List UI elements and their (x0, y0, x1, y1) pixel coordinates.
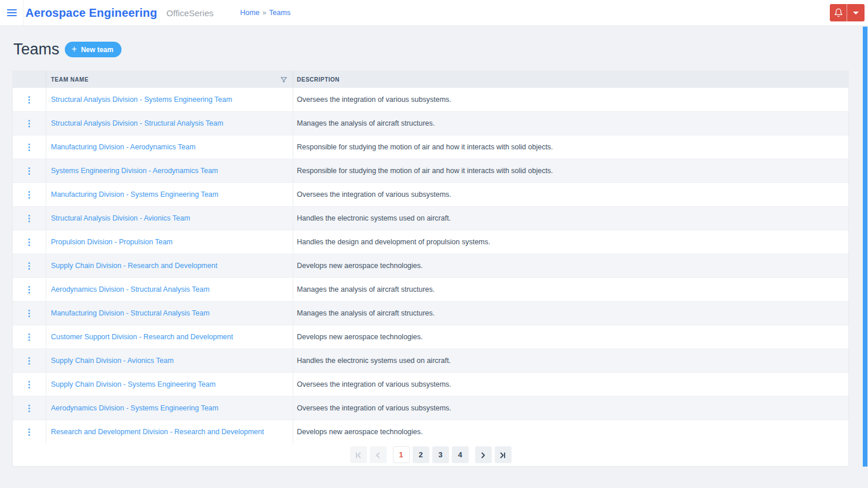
row-menu-button[interactable] (26, 236, 32, 248)
kebab-menu-icon (28, 357, 30, 365)
pagination: 1 2 3 4 (13, 443, 848, 466)
team-name-link[interactable]: Supply Chain Division - Avionics Team (51, 357, 174, 365)
scroll-indicator[interactable] (863, 27, 867, 467)
row-menu-button[interactable] (26, 402, 32, 414)
team-name-link[interactable]: Supply Chain Division - Systems Engineer… (51, 380, 216, 388)
chevron-right-icon (479, 451, 487, 459)
row-menu-button[interactable] (26, 379, 32, 391)
team-name-cell: Aerodynamics Division - Structural Analy… (46, 278, 293, 301)
team-name-link[interactable]: Manufacturing Division - Systems Enginee… (51, 190, 218, 199)
actions-column-header (13, 71, 46, 87)
pagination-previous-button[interactable] (370, 446, 387, 463)
team-name-link[interactable]: Systems Engineering Division - Aerodynam… (51, 167, 218, 175)
table-row: Structural Analysis Division - Systems E… (13, 87, 848, 111)
row-menu-button[interactable] (26, 94, 32, 106)
account-menu-button[interactable] (847, 4, 865, 21)
row-actions-cell (13, 278, 46, 301)
table-row: Structural Analysis Division - Avionics … (13, 206, 848, 230)
kebab-menu-icon (28, 239, 30, 246)
pagination-page-button[interactable]: 4 (452, 446, 469, 463)
row-actions-cell (13, 230, 46, 254)
hamburger-icon[interactable] (7, 9, 17, 16)
notifications-button[interactable] (830, 4, 847, 21)
team-description: Oversees the integration of various subs… (293, 88, 848, 111)
table-row: Supply Chain Division - Avionics Team Ha… (13, 348, 848, 372)
description-column-label: DESCRIPTION (297, 76, 340, 83)
topbar-divider (23, 0, 24, 26)
row-menu-button[interactable] (26, 260, 32, 272)
team-name-link[interactable]: Supply Chain Division - Research and Dev… (51, 262, 218, 270)
page-buttons: 1 2 3 4 (393, 446, 469, 463)
team-name-link[interactable]: Manufacturing Division - Structural Anal… (51, 309, 209, 317)
team-name-link[interactable]: Aerodynamics Division - Systems Engineer… (51, 404, 218, 412)
row-actions-cell (13, 183, 46, 206)
bell-icon (834, 8, 843, 17)
row-menu-button[interactable] (26, 426, 32, 438)
row-menu-button[interactable] (26, 355, 32, 367)
pagination-next-button[interactable] (475, 446, 492, 463)
last-page-icon (499, 451, 507, 459)
team-name-cell: Manufacturing Division - Systems Enginee… (46, 183, 293, 206)
plus-icon: + (72, 45, 77, 54)
pagination-page-button[interactable]: 1 (393, 446, 410, 463)
team-description: Develops new aerospace technologies. (293, 325, 848, 348)
team-name-cell: Systems Engineering Division - Aerodynam… (46, 159, 293, 182)
team-name-link[interactable]: Propulsion Division - Propulsion Team (51, 238, 172, 246)
row-actions-cell (13, 397, 46, 420)
team-name-cell: Structural Analysis Division - Systems E… (46, 88, 293, 111)
row-menu-button[interactable] (26, 118, 32, 130)
description-column-header: DESCRIPTION (293, 71, 848, 87)
row-actions-cell (13, 88, 46, 111)
breadcrumb: Home » Teams (240, 9, 290, 17)
table-row: Customer Support Division - Research and… (13, 325, 848, 348)
team-name-link[interactable]: Manufacturing Division - Aerodynamics Te… (51, 143, 196, 151)
row-menu-button[interactable] (26, 141, 32, 153)
row-menu-button[interactable] (26, 331, 32, 343)
table-row: Supply Chain Division - Systems Engineer… (13, 372, 848, 396)
pagination-page-button[interactable]: 2 (413, 446, 429, 463)
pagination-first-button[interactable] (350, 446, 367, 463)
app-title: Aerospace Engineering (25, 6, 157, 20)
row-menu-button[interactable] (26, 212, 32, 225)
teams-table: TEAM NAME DESCRIPTION Structural Analysi… (12, 71, 849, 467)
team-name-link[interactable]: Structural Analysis Division - Structura… (51, 119, 223, 127)
row-menu-button[interactable] (26, 189, 32, 201)
team-name-link[interactable]: Structural Analysis Division - Systems E… (51, 96, 232, 104)
table-row: Supply Chain Division - Research and Dev… (13, 254, 848, 277)
top-bar: Aerospace Engineering OfficeSeries Home … (0, 0, 868, 26)
kebab-menu-icon (28, 215, 30, 222)
team-name-cell: Research and Development Division - Rese… (46, 420, 293, 443)
table-body: Structural Analysis Division - Systems E… (13, 87, 848, 443)
app-subtitle: OfficeSeries (167, 8, 214, 18)
kebab-menu-icon (28, 286, 30, 293)
pagination-last-button[interactable] (495, 446, 512, 463)
table-header-row: TEAM NAME DESCRIPTION (13, 71, 848, 87)
breadcrumb-home-link[interactable]: Home (240, 9, 259, 17)
breadcrumb-current-link[interactable]: Teams (269, 9, 290, 17)
row-menu-button[interactable] (26, 307, 32, 320)
filter-button[interactable] (280, 76, 288, 83)
table-row: Manufacturing Division - Structural Anal… (13, 301, 848, 325)
topbar-actions (830, 4, 865, 21)
team-description: Manages the analysis of aircraft structu… (293, 278, 848, 301)
team-name-link[interactable]: Customer Support Division - Research and… (51, 333, 233, 341)
team-name-cell: Manufacturing Division - Aerodynamics Te… (46, 135, 293, 159)
row-menu-button[interactable] (26, 284, 32, 296)
row-menu-button[interactable] (26, 165, 32, 177)
new-team-button[interactable]: + New team (65, 42, 122, 57)
team-name-link[interactable]: Aerodynamics Division - Structural Analy… (51, 285, 209, 293)
team-name-link[interactable]: Structural Analysis Division - Avionics … (51, 214, 190, 222)
team-description: Handles the electronic systems used on a… (293, 207, 848, 230)
team-name-column-label: TEAM NAME (51, 76, 89, 83)
pagination-page-button[interactable]: 3 (432, 446, 449, 463)
kebab-menu-icon (28, 191, 30, 199)
table-row: Systems Engineering Division - Aerodynam… (13, 159, 848, 182)
team-name-cell: Manufacturing Division - Structural Anal… (46, 302, 293, 325)
row-actions-cell (13, 254, 46, 277)
team-description: Develops new aerospace technologies. (293, 254, 848, 277)
kebab-menu-icon (28, 144, 30, 151)
row-actions-cell (13, 302, 46, 325)
team-name-link[interactable]: Research and Development Division - Rese… (51, 428, 264, 436)
kebab-menu-icon (28, 96, 30, 104)
kebab-menu-icon (28, 333, 30, 341)
